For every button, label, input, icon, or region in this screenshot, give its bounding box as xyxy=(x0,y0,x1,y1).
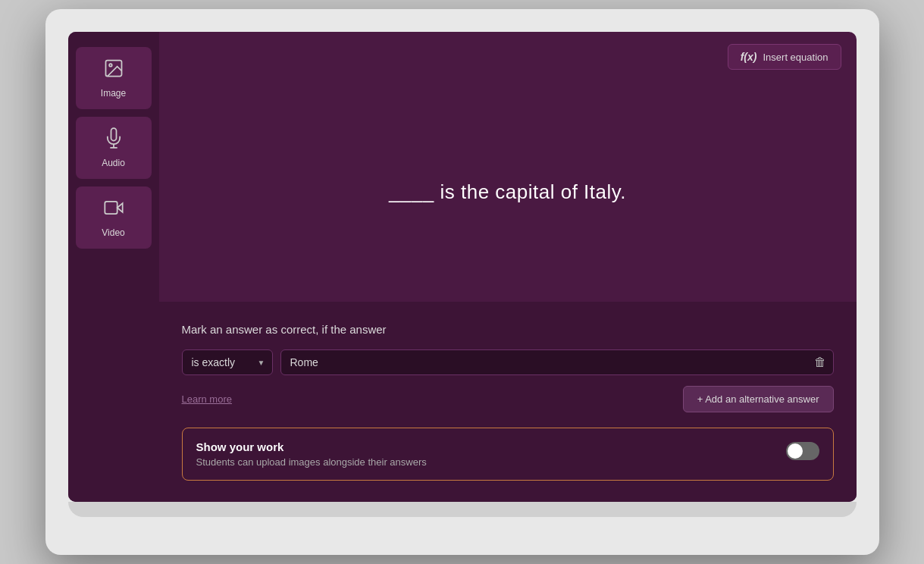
sidebar-item-label-image: Image xyxy=(101,88,126,99)
add-alternative-answer-button[interactable]: + Add an alternative answer xyxy=(683,386,834,412)
insert-equation-label: Insert equation xyxy=(763,52,828,63)
sidebar-item-audio[interactable]: Audio xyxy=(76,117,152,179)
delete-answer-icon[interactable]: 🗑 xyxy=(814,356,826,369)
question-text: ____ is the capital of Italy. xyxy=(389,180,626,204)
svg-marker-5 xyxy=(117,203,122,212)
sidebar-item-label-video: Video xyxy=(102,227,124,238)
video-icon xyxy=(103,197,124,223)
show-work-title: Show your work xyxy=(196,440,774,453)
sidebar: Image Audio xyxy=(68,32,159,502)
show-work-content: Show your work Students can upload image… xyxy=(196,440,774,468)
sidebar-item-video[interactable]: Video xyxy=(76,186,152,249)
svg-rect-4 xyxy=(105,202,117,214)
image-icon xyxy=(103,58,124,83)
show-work-box: Show your work Students can upload image… xyxy=(182,428,834,481)
insert-equation-icon: f(x) xyxy=(741,51,757,63)
laptop-frame: Image Audio xyxy=(45,9,879,555)
toggle-wrapper xyxy=(786,440,819,460)
condition-select-wrapper: is exactly contains starts with ends wit… xyxy=(182,349,273,375)
question-area: ____ is the capital of Italy. xyxy=(159,82,857,302)
sidebar-item-label-audio: Audio xyxy=(102,158,125,168)
learn-more-button[interactable]: Learn more xyxy=(182,393,232,405)
answer-section-title: Mark an answer as correct, if the answer xyxy=(182,323,834,336)
footer-row: Learn more + Add an alternative answer xyxy=(182,386,834,412)
learn-more-label: Learn more xyxy=(182,393,232,405)
laptop-bottom xyxy=(68,502,857,517)
sidebar-item-image[interactable]: Image xyxy=(76,47,152,109)
screen: Image Audio xyxy=(68,32,857,502)
answer-row: is exactly contains starts with ends wit… xyxy=(182,349,834,375)
condition-select[interactable]: is exactly contains starts with ends wit… xyxy=(182,349,273,375)
answer-input[interactable] xyxy=(280,349,834,375)
svg-point-1 xyxy=(109,64,112,67)
insert-equation-button[interactable]: f(x) Insert equation xyxy=(728,44,841,70)
answer-section: Mark an answer as correct, if the answer… xyxy=(159,302,857,502)
show-work-description: Students can upload images alongside the… xyxy=(196,456,774,468)
audio-icon xyxy=(103,127,124,153)
main-content: f(x) Insert equation ____ is the capital… xyxy=(159,32,857,502)
answer-input-wrapper: 🗑 xyxy=(280,349,834,375)
top-bar: f(x) Insert equation xyxy=(159,32,857,82)
show-work-toggle[interactable] xyxy=(786,442,819,460)
add-alternative-label: + Add an alternative answer xyxy=(697,393,819,405)
toggle-knob xyxy=(788,443,803,459)
